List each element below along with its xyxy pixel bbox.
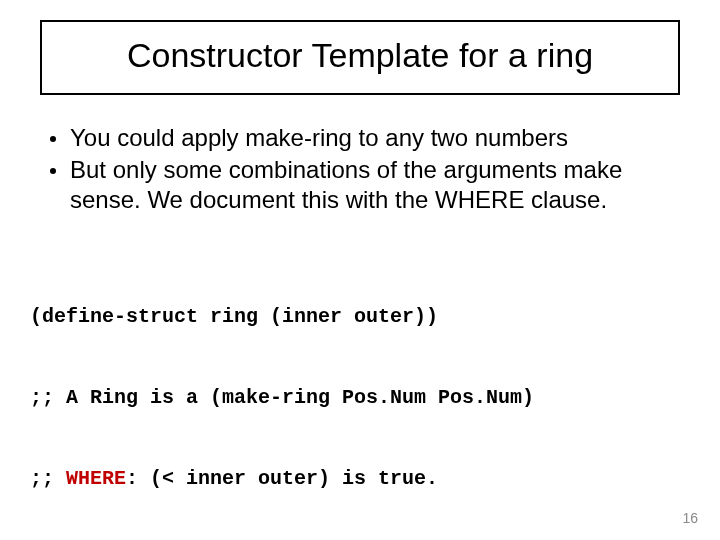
bullet-text: But only some combinations of the argume… bbox=[70, 155, 670, 215]
bullet-text: You could apply make-ring to any two num… bbox=[70, 123, 568, 153]
bullet-item: But only some combinations of the argume… bbox=[50, 155, 670, 215]
code-rest: : (< inner outer) is true. bbox=[126, 467, 438, 490]
code-line: ;; WHERE: (< inner outer) is true. bbox=[30, 465, 690, 492]
code-line: ;; A Ring is a (make-ring Pos.Num Pos.Nu… bbox=[30, 384, 690, 411]
page-number: 16 bbox=[682, 510, 698, 526]
title-box: Constructor Template for a ring bbox=[40, 20, 680, 95]
bullet-dot-icon bbox=[50, 136, 56, 142]
bullet-dot-icon bbox=[50, 168, 56, 174]
code-block: (define-struct ring (inner outer)) ;; A … bbox=[30, 249, 690, 519]
where-keyword: WHERE bbox=[66, 467, 126, 490]
code-line: (define-struct ring (inner outer)) bbox=[30, 303, 690, 330]
bullet-list: You could apply make-ring to any two num… bbox=[50, 123, 670, 215]
bullet-item: You could apply make-ring to any two num… bbox=[50, 123, 670, 153]
code-prefix: ;; bbox=[30, 467, 66, 490]
slide-title: Constructor Template for a ring bbox=[52, 36, 668, 75]
